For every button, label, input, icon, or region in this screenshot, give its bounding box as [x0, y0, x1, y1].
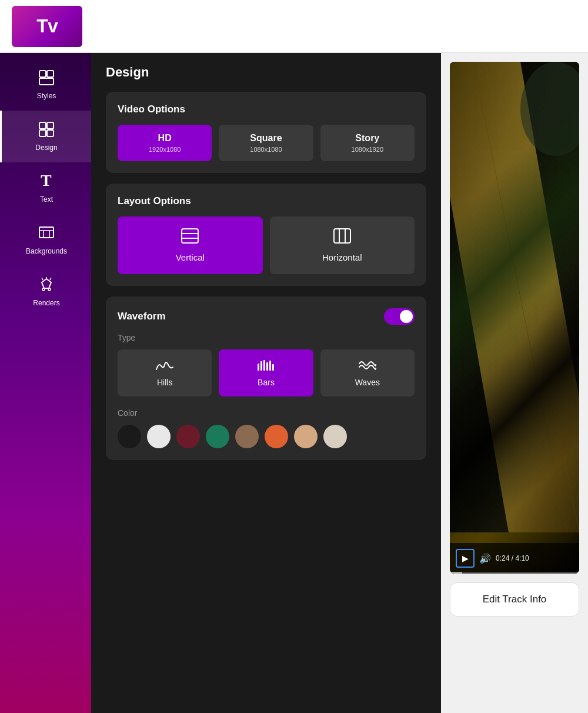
svg-text:T: T	[41, 173, 52, 189]
layout-options-buttons: Vertical Horizontal	[118, 216, 415, 274]
svg-rect-24	[269, 361, 271, 371]
svg-point-13	[48, 288, 51, 291]
sidebar-item-backgrounds-label: Backgrounds	[26, 247, 67, 255]
video-controls: ▶ 🔊 0:24 / 4:10	[450, 543, 579, 574]
sidebar: Styles Design T Text	[0, 53, 91, 713]
main-layout: Styles Design T Text	[0, 53, 588, 713]
sidebar-item-renders-label: Renders	[33, 299, 59, 307]
svg-rect-17	[334, 229, 350, 243]
backgrounds-icon	[38, 225, 55, 244]
edit-track-info-button[interactable]: Edit Track Info	[450, 582, 579, 617]
color-swatch-teal[interactable]	[206, 425, 229, 448]
waveform-types: Hills Bars	[118, 349, 415, 397]
video-options-buttons: HD 1920x1080 Square 1080x1080 Story 1080…	[118, 125, 415, 161]
time-display: 0:24 / 4:10	[496, 554, 529, 562]
svg-rect-20	[258, 364, 259, 371]
waves-icon	[358, 359, 377, 373]
layout-options-card: Layout Options Vertical	[106, 184, 426, 286]
horizontal-icon	[333, 228, 351, 248]
logo-text: Tv	[36, 15, 57, 37]
sidebar-item-styles-label: Styles	[37, 92, 56, 100]
layout-options-title: Layout Options	[118, 195, 415, 207]
toggle-knob	[400, 310, 413, 323]
sidebar-item-design[interactable]: Design	[0, 111, 91, 162]
center-panel: Design Video Options HD 1920x1080 Square…	[91, 53, 441, 713]
svg-rect-5	[39, 130, 46, 136]
svg-rect-22	[263, 360, 265, 371]
text-icon: T	[39, 173, 54, 192]
color-swatch-dark-red[interactable]	[176, 425, 200, 448]
svg-rect-2	[39, 78, 54, 85]
svg-line-30	[485, 62, 579, 532]
svg-rect-25	[272, 364, 274, 371]
sidebar-item-renders[interactable]: Renders	[0, 266, 91, 318]
svg-point-28	[520, 62, 579, 156]
waveform-type-label: Type	[118, 333, 415, 342]
preview-artwork	[450, 62, 579, 532]
svg-rect-3	[39, 122, 46, 129]
video-btn-story-label: Story	[355, 133, 379, 144]
page-title: Design	[106, 65, 426, 80]
color-swatch-brown[interactable]	[235, 425, 259, 448]
progress-bar[interactable]	[450, 572, 579, 574]
color-swatch-black[interactable]	[118, 425, 141, 448]
vertical-icon	[181, 228, 199, 248]
wave-btn-waves-label: Waves	[355, 378, 380, 387]
sidebar-item-text-label: Text	[40, 195, 53, 204]
preview-image	[450, 62, 579, 574]
styles-icon	[38, 69, 55, 88]
sidebar-item-design-label: Design	[35, 144, 57, 152]
layout-btn-vertical[interactable]: Vertical	[118, 216, 263, 274]
svg-rect-26	[450, 62, 579, 532]
video-btn-hd[interactable]: HD 1920x1080	[118, 125, 212, 161]
progress-bar-fill	[450, 572, 462, 574]
sidebar-item-text[interactable]: T Text	[0, 162, 91, 214]
svg-rect-21	[260, 361, 262, 371]
color-label: Color	[118, 408, 415, 418]
wave-btn-hills-label: Hills	[157, 378, 172, 387]
video-btn-hd-label: HD	[158, 133, 172, 144]
svg-line-29	[473, 62, 567, 532]
svg-rect-8	[39, 227, 54, 238]
video-btn-story[interactable]: Story 1080x1920	[320, 125, 415, 161]
waveform-toggle[interactable]	[384, 308, 415, 325]
color-swatch-orange[interactable]	[265, 425, 288, 448]
svg-marker-27	[450, 62, 579, 532]
wave-btn-bars-label: Bars	[258, 378, 275, 387]
video-btn-square-label: Square	[250, 133, 282, 144]
svg-rect-6	[47, 130, 54, 136]
sidebar-item-backgrounds[interactable]: Backgrounds	[0, 214, 91, 266]
color-swatch-cream[interactable]	[323, 425, 347, 448]
video-btn-story-sub: 1080x1920	[352, 146, 383, 153]
color-swatches	[118, 425, 415, 448]
right-panel: ▶ 🔊 0:24 / 4:10 Edit Track Info	[441, 53, 588, 713]
wave-btn-hills[interactable]: Hills	[118, 349, 212, 397]
waveform-header: Waveform	[118, 308, 415, 325]
svg-rect-23	[266, 362, 268, 371]
volume-icon: 🔊	[479, 553, 491, 564]
wave-btn-bars[interactable]: Bars	[219, 349, 313, 397]
play-button[interactable]: ▶	[456, 549, 475, 568]
color-swatch-peach[interactable]	[294, 425, 318, 448]
layout-btn-horizontal-label: Horizontal	[322, 252, 362, 262]
color-swatch-white[interactable]	[147, 425, 171, 448]
logo-box: Tv	[12, 6, 82, 47]
video-preview: ▶ 🔊 0:24 / 4:10	[450, 62, 579, 574]
video-btn-hd-sub: 1920x1080	[149, 146, 181, 153]
svg-rect-0	[39, 71, 46, 77]
svg-point-12	[42, 288, 45, 291]
layout-btn-vertical-label: Vertical	[176, 252, 205, 262]
sidebar-item-styles[interactable]: Styles	[0, 59, 91, 111]
design-icon	[38, 121, 55, 140]
layout-btn-horizontal[interactable]: Horizontal	[270, 216, 415, 274]
video-options-title: Video Options	[118, 104, 415, 115]
video-btn-square[interactable]: Square 1080x1080	[219, 125, 313, 161]
hills-icon	[155, 359, 174, 373]
renders-icon	[38, 276, 55, 295]
svg-rect-14	[182, 229, 198, 243]
video-options-card: Video Options HD 1920x1080 Square 1080x1…	[106, 92, 426, 173]
waveform-card: Waveform Type Hills	[106, 296, 426, 460]
svg-rect-4	[47, 122, 54, 129]
wave-btn-waves[interactable]: Waves	[320, 349, 415, 397]
svg-rect-1	[47, 71, 54, 77]
